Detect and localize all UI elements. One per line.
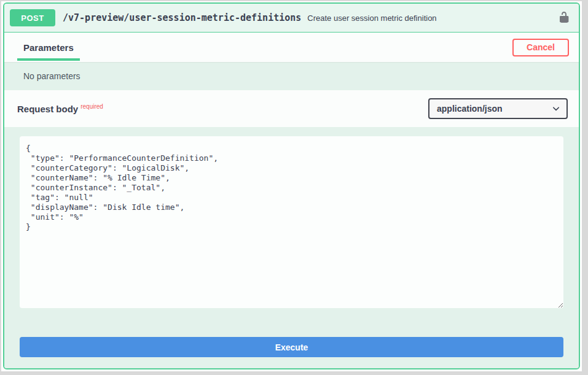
auth-lock-button[interactable] [558, 11, 570, 25]
execute-button[interactable]: Execute [20, 337, 563, 357]
tab-parameters-label: Parameters [23, 42, 74, 53]
screenshot-frame: POST /v7-preview/user-session-metric-def… [0, 0, 588, 375]
chevron-down-icon [552, 104, 560, 113]
http-method-badge: POST [10, 9, 55, 26]
opblock-tab-bar: Parameters Cancel [4, 33, 579, 62]
endpoint-path: /v7-preview/user-session-metric-definiti… [63, 12, 301, 23]
request-body-label: Request bodyrequired [17, 103, 103, 114]
tab-parameters[interactable]: Parameters [17, 33, 80, 62]
request-body-header: Request bodyrequired application/json [4, 90, 579, 127]
unlocked-padlock-icon [558, 11, 570, 25]
swagger-page: POST /v7-preview/user-session-metric-def… [1, 1, 582, 371]
media-type-selected-value: application/json [437, 104, 503, 114]
endpoint-summary: Create user session metric definition [307, 14, 558, 23]
cancel-button[interactable]: Cancel [512, 39, 569, 56]
request-body-label-text: Request body [17, 104, 78, 114]
active-tab-underline [17, 58, 80, 61]
opblock-post: POST /v7-preview/user-session-metric-def… [3, 2, 580, 369]
request-body-section: { "type": "PerformanceCounterDefinition"… [4, 127, 579, 368]
media-type-select[interactable]: application/json [428, 98, 568, 119]
request-body-editor[interactable]: { "type": "PerformanceCounterDefinition"… [20, 136, 563, 308]
required-flag: required [80, 103, 103, 110]
no-parameters-text: No parameters [23, 71, 80, 81]
opblock-header[interactable]: POST /v7-preview/user-session-metric-def… [4, 4, 579, 33]
parameters-empty-section: No parameters [4, 62, 579, 90]
